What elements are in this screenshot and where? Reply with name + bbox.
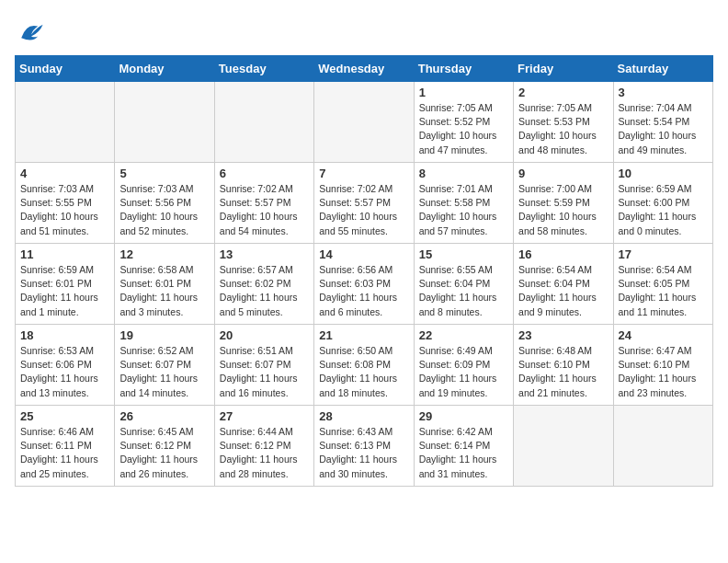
day-number: 7: [319, 167, 408, 180]
day-info: Sunrise: 6:48 AM Sunset: 6:10 PM Dayligh…: [518, 344, 608, 400]
day-number: 23: [518, 328, 608, 342]
day-number: 4: [20, 167, 109, 180]
day-number: 21: [319, 328, 408, 342]
calendar-cell: [514, 406, 613, 487]
calendar-cell: 4Sunrise: 7:03 AM Sunset: 5:55 PM Daylig…: [16, 163, 115, 244]
day-info: Sunrise: 7:03 AM Sunset: 5:56 PM Dayligh…: [119, 182, 209, 238]
day-info: Sunrise: 6:45 AM Sunset: 6:12 PM Dayligh…: [119, 425, 209, 481]
logo-icon: [15, 15, 48, 48]
day-info: Sunrise: 6:59 AM Sunset: 6:00 PM Dayligh…: [619, 182, 708, 238]
day-number: 5: [119, 167, 209, 180]
calendar-cell: 19Sunrise: 6:52 AM Sunset: 6:07 PM Dayli…: [115, 325, 214, 406]
calendar-cell: 7Sunrise: 7:02 AM Sunset: 5:57 PM Daylig…: [314, 163, 414, 244]
day-info: Sunrise: 7:02 AM Sunset: 5:57 PM Dayligh…: [220, 182, 309, 238]
header: [15, 15, 713, 48]
day-number: 27: [220, 409, 309, 423]
calendar-cell: 2Sunrise: 7:05 AM Sunset: 5:53 PM Daylig…: [514, 82, 613, 163]
day-info: Sunrise: 6:54 AM Sunset: 6:04 PM Dayligh…: [518, 263, 608, 319]
day-info: Sunrise: 6:56 AM Sunset: 6:03 PM Dayligh…: [319, 263, 408, 319]
day-number: 8: [419, 167, 508, 180]
day-number: 24: [619, 328, 708, 342]
day-info: Sunrise: 6:52 AM Sunset: 6:07 PM Dayligh…: [119, 344, 209, 400]
calendar-cell: 13Sunrise: 6:57 AM Sunset: 6:02 PM Dayli…: [214, 244, 313, 325]
day-info: Sunrise: 6:42 AM Sunset: 6:14 PM Dayligh…: [419, 425, 508, 481]
day-number: 17: [619, 247, 708, 261]
calendar-cell: 17Sunrise: 6:54 AM Sunset: 6:05 PM Dayli…: [613, 244, 712, 325]
day-number: 29: [419, 409, 508, 423]
day-number: 1: [419, 86, 508, 99]
day-number: 12: [119, 247, 209, 261]
calendar-cell: 5Sunrise: 7:03 AM Sunset: 5:56 PM Daylig…: [115, 163, 214, 244]
day-info: Sunrise: 6:58 AM Sunset: 6:01 PM Dayligh…: [119, 263, 209, 319]
day-number: 25: [20, 409, 109, 423]
calendar-cell: 12Sunrise: 6:58 AM Sunset: 6:01 PM Dayli…: [115, 244, 214, 325]
day-info: Sunrise: 7:01 AM Sunset: 5:58 PM Dayligh…: [419, 182, 508, 238]
day-number: 26: [119, 409, 209, 423]
calendar-cell: 10Sunrise: 6:59 AM Sunset: 6:00 PM Dayli…: [613, 163, 712, 244]
day-info: Sunrise: 6:50 AM Sunset: 6:08 PM Dayligh…: [319, 344, 408, 400]
calendar-cell: 24Sunrise: 6:47 AM Sunset: 6:10 PM Dayli…: [613, 325, 712, 406]
day-number: 6: [220, 167, 309, 180]
calendar-cell: [115, 82, 214, 163]
calendar-cell: 21Sunrise: 6:50 AM Sunset: 6:08 PM Dayli…: [314, 325, 414, 406]
calendar-cell: [613, 406, 712, 487]
calendar-cell: [16, 82, 115, 163]
calendar-cell: 11Sunrise: 6:59 AM Sunset: 6:01 PM Dayli…: [16, 244, 115, 325]
calendar-cell: 16Sunrise: 6:54 AM Sunset: 6:04 PM Dayli…: [514, 244, 613, 325]
weekday-header-monday: Monday: [115, 56, 214, 82]
day-number: 18: [20, 328, 109, 342]
day-info: Sunrise: 7:02 AM Sunset: 5:57 PM Dayligh…: [319, 182, 408, 238]
day-number: 10: [619, 167, 708, 180]
day-info: Sunrise: 6:55 AM Sunset: 6:04 PM Dayligh…: [419, 263, 508, 319]
calendar-cell: 25Sunrise: 6:46 AM Sunset: 6:11 PM Dayli…: [16, 406, 115, 487]
calendar-cell: 28Sunrise: 6:43 AM Sunset: 6:13 PM Dayli…: [314, 406, 414, 487]
day-number: 9: [518, 167, 608, 180]
day-info: Sunrise: 6:43 AM Sunset: 6:13 PM Dayligh…: [319, 425, 408, 481]
day-number: 19: [119, 328, 209, 342]
calendar-cell: 9Sunrise: 7:00 AM Sunset: 5:59 PM Daylig…: [514, 163, 613, 244]
day-number: 13: [220, 247, 309, 261]
day-info: Sunrise: 7:04 AM Sunset: 5:54 PM Dayligh…: [619, 101, 708, 157]
calendar-cell: [314, 82, 414, 163]
day-info: Sunrise: 6:57 AM Sunset: 6:02 PM Dayligh…: [220, 263, 309, 319]
weekday-header-sunday: Sunday: [16, 56, 115, 82]
day-info: Sunrise: 6:59 AM Sunset: 6:01 PM Dayligh…: [20, 263, 109, 319]
weekday-header-friday: Friday: [514, 56, 613, 82]
day-info: Sunrise: 6:44 AM Sunset: 6:12 PM Dayligh…: [220, 425, 309, 481]
day-info: Sunrise: 6:49 AM Sunset: 6:09 PM Dayligh…: [419, 344, 508, 400]
day-number: 14: [319, 247, 408, 261]
day-info: Sunrise: 7:05 AM Sunset: 5:53 PM Dayligh…: [518, 101, 608, 157]
day-info: Sunrise: 6:51 AM Sunset: 6:07 PM Dayligh…: [220, 344, 309, 400]
calendar-cell: 26Sunrise: 6:45 AM Sunset: 6:12 PM Dayli…: [115, 406, 214, 487]
logo: [15, 15, 51, 48]
calendar-cell: 8Sunrise: 7:01 AM Sunset: 5:58 PM Daylig…: [414, 163, 513, 244]
day-info: Sunrise: 6:46 AM Sunset: 6:11 PM Dayligh…: [20, 425, 109, 481]
day-number: 2: [518, 86, 608, 99]
calendar-cell: 22Sunrise: 6:49 AM Sunset: 6:09 PM Dayli…: [414, 325, 513, 406]
weekday-header-saturday: Saturday: [613, 56, 712, 82]
day-number: 15: [419, 247, 508, 261]
calendar-cell: 23Sunrise: 6:48 AM Sunset: 6:10 PM Dayli…: [514, 325, 613, 406]
calendar-cell: 29Sunrise: 6:42 AM Sunset: 6:14 PM Dayli…: [414, 406, 513, 487]
day-number: 22: [419, 328, 508, 342]
day-number: 28: [319, 409, 408, 423]
calendar-cell: 14Sunrise: 6:56 AM Sunset: 6:03 PM Dayli…: [314, 244, 414, 325]
day-info: Sunrise: 6:54 AM Sunset: 6:05 PM Dayligh…: [619, 263, 708, 319]
calendar-cell: 18Sunrise: 6:53 AM Sunset: 6:06 PM Dayli…: [16, 325, 115, 406]
day-number: 3: [619, 86, 708, 99]
calendar-cell: 20Sunrise: 6:51 AM Sunset: 6:07 PM Dayli…: [214, 325, 313, 406]
calendar-cell: 27Sunrise: 6:44 AM Sunset: 6:12 PM Dayli…: [214, 406, 313, 487]
day-number: 20: [220, 328, 309, 342]
day-info: Sunrise: 7:00 AM Sunset: 5:59 PM Dayligh…: [518, 182, 608, 238]
day-info: Sunrise: 7:03 AM Sunset: 5:55 PM Dayligh…: [20, 182, 109, 238]
calendar-cell: 3Sunrise: 7:04 AM Sunset: 5:54 PM Daylig…: [613, 82, 712, 163]
day-info: Sunrise: 7:05 AM Sunset: 5:52 PM Dayligh…: [419, 101, 508, 157]
day-info: Sunrise: 6:53 AM Sunset: 6:06 PM Dayligh…: [20, 344, 109, 400]
calendar-cell: [214, 82, 313, 163]
calendar-table: SundayMondayTuesdayWednesdayThursdayFrid…: [15, 55, 713, 487]
calendar-cell: 15Sunrise: 6:55 AM Sunset: 6:04 PM Dayli…: [414, 244, 513, 325]
calendar-cell: 1Sunrise: 7:05 AM Sunset: 5:52 PM Daylig…: [414, 82, 513, 163]
weekday-header-tuesday: Tuesday: [214, 56, 313, 82]
day-number: 11: [20, 247, 109, 261]
calendar-cell: 6Sunrise: 7:02 AM Sunset: 5:57 PM Daylig…: [214, 163, 313, 244]
